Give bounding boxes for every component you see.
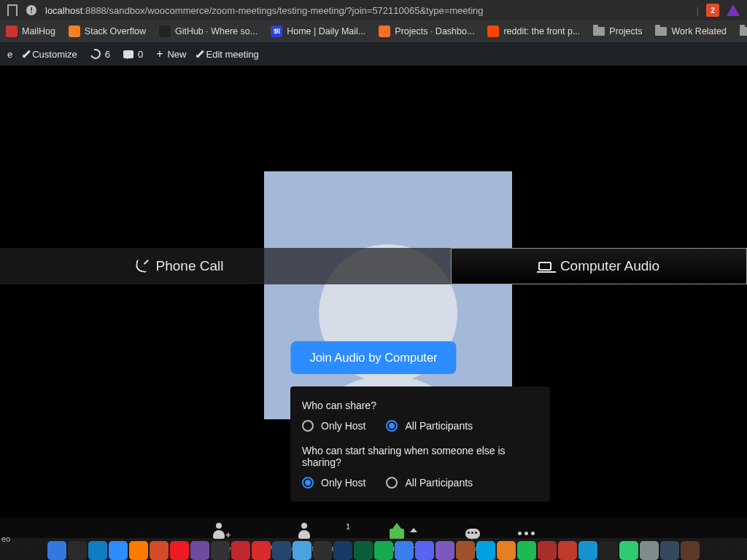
info-icon[interactable]: ! (26, 5, 36, 15)
folder-icon (740, 27, 747, 36)
macos-dock[interactable] (0, 538, 747, 560)
chat-icon (465, 529, 480, 539)
url-text[interactable]: localhost:8888/sandbox/woocommerce/zoom-… (45, 5, 688, 16)
wp-admin-bar: e Customize 6 0 +New Edit meeting (0, 42, 747, 66)
dock-app-20[interactable] (456, 541, 475, 560)
invite-icon: + (214, 529, 228, 539)
edit-meeting-item[interactable]: Edit meeting (199, 49, 258, 60)
bookmark-folder-work[interactable]: Work Related (655, 26, 727, 36)
radio-icon (302, 420, 314, 432)
refresh-icon (88, 47, 102, 61)
dock-app-4[interactable] (129, 541, 148, 560)
updates-item[interactable]: 6 (90, 49, 110, 60)
join-audio-button[interactable]: Join Audio by Computer (290, 341, 456, 374)
radio-icon (386, 477, 398, 489)
folder-icon (655, 27, 667, 36)
tab-computer-audio[interactable]: Computer Audio (451, 248, 747, 284)
dock-app-15[interactable] (354, 541, 373, 560)
bookmarks-bar: MailHog Stack Overflow GitHub · Where so… (0, 20, 747, 42)
phone-icon (134, 260, 148, 273)
dock-app-19[interactable] (436, 541, 454, 560)
dock-app-31[interactable] (681, 541, 700, 560)
bookmark-folder-tutorial[interactable]: Tutorial (740, 26, 747, 36)
reddit-icon (487, 26, 499, 37)
radio-icon (302, 477, 314, 489)
laptop-icon (538, 262, 551, 271)
gitlab-icon (379, 26, 390, 37)
comments-item[interactable]: 0 (123, 49, 143, 60)
dock-app-0[interactable] (47, 541, 66, 560)
bookmark-icon[interactable] (7, 4, 18, 16)
dock-app-25[interactable] (558, 541, 577, 560)
zoom-meeting-stage: Phone Call Computer Audio Join Audio by … (0, 66, 747, 560)
active-tab-pointer (532, 284, 546, 292)
share-screen-icon (390, 529, 404, 539)
share-screen-settings-popover: Who can share? Only Host All Participant… (290, 386, 550, 502)
dock-app-10[interactable] (252, 541, 271, 560)
browser-url-bar: ! localhost:8888/sandbox/woocommerce/zoo… (0, 0, 747, 20)
dock-app-28[interactable] (619, 541, 638, 560)
brave-shield-icon[interactable]: 2 (706, 4, 719, 17)
bookmark-github[interactable]: GitHub · Where so... (159, 26, 258, 37)
stackoverflow-icon (69, 26, 80, 37)
participants-icon (298, 529, 311, 539)
dock-app-16[interactable] (374, 541, 393, 560)
radio-icon (386, 420, 398, 432)
github-icon (159, 26, 171, 37)
dock-app-9[interactable] (231, 541, 250, 560)
more-icon (518, 532, 535, 535)
dock-app-18[interactable] (415, 541, 434, 560)
dock-app-7[interactable] (190, 541, 209, 560)
radio-q1-only-host[interactable]: Only Host (302, 420, 365, 432)
dock-app-11[interactable] (272, 541, 291, 560)
dock-app-8[interactable] (211, 541, 230, 560)
dock-app-6[interactable] (170, 541, 189, 560)
bookmark-mailhog[interactable]: MailHog (6, 26, 55, 37)
new-item[interactable]: +New (156, 48, 186, 60)
dock-app-29[interactable] (640, 541, 659, 560)
question-who-can-share: Who can share? (302, 400, 538, 411)
dock-app-17[interactable] (395, 541, 414, 560)
question-who-can-start-sharing: Who can start sharing when someone else … (302, 445, 538, 468)
bookmark-dailymail[interactable]: 𝕸Home | Daily Mail... (271, 26, 365, 37)
radio-q2-only-host[interactable]: Only Host (302, 477, 365, 489)
mailhog-icon (6, 26, 18, 37)
plus-icon: + (156, 48, 163, 60)
chevron-up-icon[interactable] (410, 528, 417, 532)
comment-icon (123, 50, 133, 58)
folder-icon (593, 27, 605, 36)
bookmark-folder-projects[interactable]: Projects (593, 26, 642, 36)
participants-count: 1 (346, 523, 350, 531)
dailymail-icon: 𝕸 (271, 26, 282, 37)
participant-avatar (264, 171, 512, 419)
bookmark-reddit[interactable]: reddit: the front p... (487, 26, 580, 37)
bookmark-gitlab[interactable]: Projects · Dashbo... (379, 26, 474, 37)
radio-q2-all-participants[interactable]: All Participants (386, 477, 473, 489)
dock-app-2[interactable] (88, 541, 107, 560)
bookmark-stackoverflow[interactable]: Stack Overflow (69, 26, 146, 37)
dock-app-30[interactable] (660, 541, 679, 560)
dock-app-21[interactable] (476, 541, 495, 560)
brave-rewards-icon[interactable] (727, 4, 740, 16)
dock-app-3[interactable] (109, 541, 128, 560)
dock-app-5[interactable] (150, 541, 169, 560)
dock-app-14[interactable] (333, 541, 352, 560)
dock-app-27[interactable] (599, 541, 618, 560)
dock-app-23[interactable] (517, 541, 536, 560)
brush-icon (23, 50, 31, 58)
dock-app-22[interactable] (497, 541, 516, 560)
dock-app-13[interactable] (313, 541, 332, 560)
tab-phone-call[interactable]: Phone Call (0, 248, 359, 284)
site-name-item[interactable]: e (7, 49, 12, 60)
radio-q1-all-participants[interactable]: All Participants (386, 420, 473, 432)
audio-join-tabs: Phone Call Computer Audio (0, 248, 747, 284)
dock-app-24[interactable] (538, 541, 557, 560)
pencil-icon (197, 50, 205, 58)
customize-item[interactable]: Customize (26, 49, 77, 60)
dock-app-1[interactable] (68, 541, 87, 560)
dock-app-26[interactable] (578, 541, 597, 560)
dock-app-12[interactable] (293, 541, 311, 560)
